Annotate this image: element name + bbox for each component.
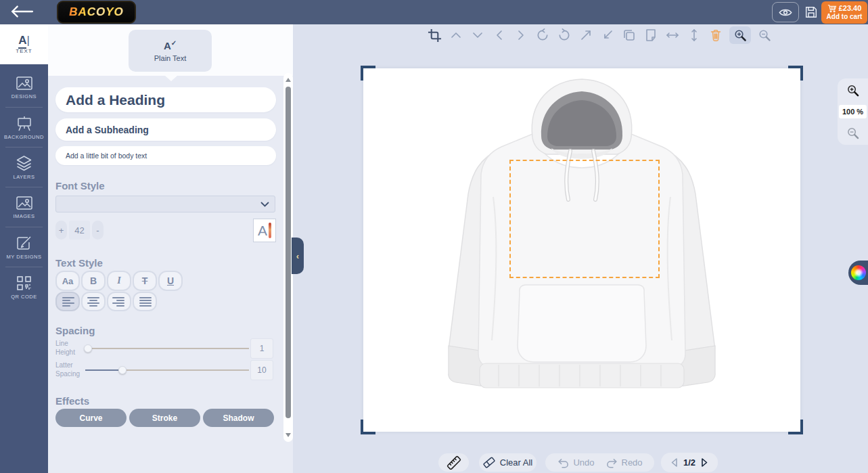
- preview-button[interactable]: [772, 2, 799, 22]
- zoom-in-icon[interactable]: [846, 84, 859, 97]
- font-style-label: Font Style: [55, 180, 105, 192]
- strikethrough-button[interactable]: T: [133, 271, 157, 291]
- align-left-button[interactable]: [55, 292, 80, 311]
- zoom-out-icon[interactable]: [846, 127, 859, 139]
- font-color-button[interactable]: A: [253, 219, 276, 242]
- align-right-button[interactable]: [107, 292, 131, 311]
- letter-spacing-slider[interactable]: [85, 369, 249, 371]
- move-right-button[interactable]: [513, 26, 529, 44]
- next-page-button[interactable]: [700, 457, 709, 468]
- scale-up-button[interactable]: [578, 26, 594, 44]
- delete-button[interactable]: [708, 26, 724, 44]
- save-button[interactable]: [802, 3, 821, 21]
- bold-button[interactable]: B: [81, 271, 106, 291]
- redo-button[interactable]: Redo: [606, 457, 643, 468]
- font-size-decrease-button[interactable]: -: [92, 221, 104, 240]
- move-down-button[interactable]: [470, 26, 486, 44]
- measure-button[interactable]: [438, 453, 469, 472]
- sidebar-item-layers[interactable]: LAYERS: [0, 148, 48, 187]
- zoom-out-button[interactable]: [756, 26, 773, 44]
- save-icon: [805, 6, 817, 18]
- add-heading-button[interactable]: Add a Heading: [55, 87, 276, 112]
- undo-button[interactable]: Undo: [557, 457, 594, 468]
- add-subheading-button[interactable]: Add a Subheading: [55, 118, 276, 141]
- clear-all-button[interactable]: Clear All: [479, 453, 536, 472]
- flip-horizontal-button[interactable]: [664, 26, 681, 44]
- undo-icon: [557, 457, 570, 468]
- move-up-button[interactable]: [448, 26, 464, 44]
- effect-shadow-button[interactable]: Shadow: [203, 409, 274, 427]
- scale-down-button[interactable]: [599, 26, 616, 44]
- page-navigator: 1/2: [661, 453, 718, 472]
- plain-text-button[interactable]: A✓ Plain Text: [129, 30, 212, 72]
- print-area[interactable]: [509, 160, 660, 278]
- align-center-button[interactable]: [81, 292, 106, 311]
- scrollbar-thumb[interactable]: [285, 87, 291, 418]
- left-sidebar: DESIGNS BACKGROUND LAYERS IMAGES MY DESI…: [0, 64, 48, 473]
- sidebar-item-label: LAYERS: [13, 174, 35, 180]
- font-size-increase-button[interactable]: +: [55, 221, 67, 240]
- app-root: BACOYO £23.40 Add to cart A| TEXT: [0, 0, 868, 473]
- sidebar-item-images[interactable]: IMAGES: [0, 187, 48, 227]
- flip-vertical-button[interactable]: [686, 26, 702, 44]
- zoom-level-value: 100 %: [839, 105, 867, 118]
- sidebar-item-label: DESIGNS: [12, 93, 37, 99]
- edit-square-icon: [16, 235, 32, 251]
- text-style-label: Text Style: [55, 257, 103, 269]
- align-justify-button[interactable]: [133, 292, 157, 311]
- undo-label: Undo: [573, 457, 594, 468]
- history-controls: Undo Redo: [545, 453, 654, 472]
- redo-label: Redo: [622, 457, 643, 468]
- design-canvas[interactable]: [363, 68, 800, 432]
- duplicate-button[interactable]: [621, 26, 637, 44]
- line-height-value[interactable]: 1: [250, 338, 273, 359]
- sidebar-item-text[interactable]: A| TEXT: [0, 24, 48, 64]
- scroll-up-arrow-icon[interactable]: [285, 78, 291, 82]
- rotate-right-button[interactable]: [556, 26, 572, 44]
- cart-icon: [827, 4, 837, 13]
- underline-button[interactable]: U: [158, 271, 183, 291]
- previous-page-button[interactable]: [670, 457, 679, 468]
- qr-code-icon: [16, 275, 32, 291]
- effect-curve-button[interactable]: Curve: [55, 409, 127, 427]
- page-indicator: 1/2: [683, 457, 695, 468]
- move-left-button[interactable]: [491, 26, 507, 44]
- canvas-toolbar: [426, 26, 773, 45]
- rotate-left-button[interactable]: [534, 26, 551, 44]
- effect-stroke-button[interactable]: Stroke: [129, 409, 200, 427]
- italic-button[interactable]: I: [107, 271, 131, 291]
- font-style-select[interactable]: [55, 196, 275, 212]
- sidebar-item-qr-code[interactable]: QR CODE: [0, 267, 48, 307]
- sidebar-item-my-designs[interactable]: MY DESIGNS: [0, 227, 48, 267]
- line-height-slider[interactable]: [85, 348, 249, 349]
- panel-collapse-tab[interactable]: ‹: [292, 238, 304, 274]
- sidebar-item-designs[interactable]: DESIGNS: [0, 68, 48, 108]
- zoom-in-button[interactable]: [729, 26, 751, 44]
- back-button[interactable]: [9, 4, 37, 20]
- color-indicator-bar: [269, 223, 271, 238]
- font-case-button[interactable]: Aa: [55, 271, 80, 291]
- eraser-icon: [483, 457, 495, 468]
- image-icon: [16, 76, 33, 91]
- color-picker-tab[interactable]: [848, 261, 868, 285]
- app-logo: BACOYO: [57, 1, 136, 24]
- plain-text-icon: A✓: [164, 40, 177, 51]
- effects-label: Effects: [55, 395, 89, 407]
- font-size-value[interactable]: 42: [69, 221, 90, 240]
- canvas-corner-marker: [361, 420, 375, 434]
- page-button[interactable]: [643, 26, 659, 44]
- letter-spacing-slider-handle[interactable]: [118, 366, 127, 374]
- canvas-corner-marker: [788, 66, 803, 81]
- letter-spacing-value[interactable]: 10: [250, 360, 273, 380]
- plain-text-label: Plain Text: [154, 54, 187, 62]
- add-body-text-button[interactable]: Add a little bit of body text: [55, 146, 276, 165]
- add-to-cart-button[interactable]: £23.40 Add to cart: [821, 1, 867, 24]
- clear-all-label: Clear All: [500, 457, 532, 468]
- crop-button[interactable]: [426, 26, 442, 44]
- chevron-left-icon: ‹: [296, 251, 299, 261]
- scroll-down-arrow-icon[interactable]: [285, 433, 291, 437]
- sidebar-item-label: MY DESIGNS: [7, 254, 42, 260]
- sidebar-item-background[interactable]: BACKGROUND: [0, 108, 48, 148]
- top-header: BACOYO £23.40 Add to cart: [0, 0, 868, 24]
- line-height-slider-handle[interactable]: [84, 344, 92, 353]
